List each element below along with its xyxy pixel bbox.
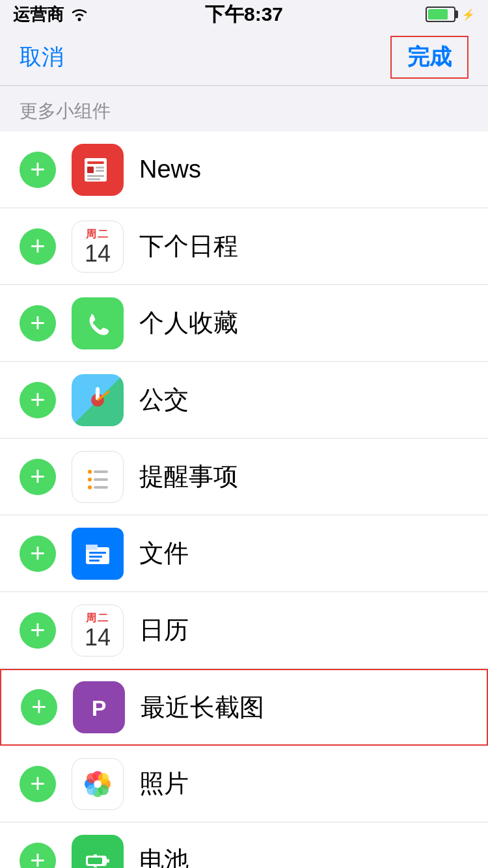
battery-app-icon [72,835,124,869]
section-header: 更多小组件 [0,86,488,131]
svg-rect-3 [87,161,104,164]
add-photos-button[interactable] [20,766,56,802]
transit-icon [72,374,124,426]
list-item: News [0,131,488,208]
svg-rect-17 [94,470,108,473]
svg-rect-9 [79,305,116,342]
pockity-icon: P [73,681,125,733]
svg-point-38 [94,780,102,788]
cancel-button[interactable]: 取消 [20,42,64,72]
news-label: News [139,156,468,183]
favorites-icon [72,297,124,349]
wifi-icon [70,7,88,21]
status-left: 运营商 [13,3,88,26]
status-right: ⚡ [426,7,475,22]
list-item: P 最近长截图 [0,669,488,746]
list-item: 周二 14 下个日程 [0,208,488,285]
favorites-label: 个人收藏 [139,306,468,340]
photos-icon [72,758,124,810]
svg-rect-43 [94,854,97,857]
svg-rect-21 [94,486,108,489]
nav-bar: 取消 完成 [0,29,488,86]
svg-rect-19 [94,478,108,481]
list-item: 周二 14 日历 [0,592,488,669]
add-news-button[interactable] [20,152,56,188]
svg-rect-26 [89,556,102,558]
nextcal-icon: 周二 14 [72,221,124,273]
battery-fill [428,9,448,20]
svg-point-16 [88,470,92,474]
svg-point-18 [88,478,92,481]
add-reminders-button[interactable] [20,459,56,495]
done-button[interactable]: 完成 [390,36,468,79]
carrier-label: 运营商 [13,3,64,26]
svg-rect-27 [89,560,100,562]
svg-rect-44 [94,865,97,867]
add-pockity-button[interactable] [21,689,57,726]
list-item: 电池 [0,822,488,868]
files-icon [72,528,124,580]
pockity-label: 最近长截图 [141,691,467,724]
svg-rect-24 [86,545,98,550]
status-time: 下午8:37 [205,1,283,28]
status-bar: 运营商 下午8:37 ⚡ [0,0,488,29]
svg-rect-42 [88,858,102,864]
list-item: 公交 [0,362,488,439]
photos-label: 照片 [139,767,468,800]
battery-label: 电池 [139,844,468,868]
nextcal-label: 下个日程 [139,230,468,263]
svg-rect-6 [96,170,104,172]
svg-rect-41 [107,859,109,863]
add-favorites-button[interactable] [20,305,56,342]
list-item: 照片 [0,746,488,822]
svg-point-0 [78,18,81,21]
svg-text:P: P [92,696,107,720]
add-files-button[interactable] [20,536,56,572]
news-icon [72,144,124,196]
svg-rect-7 [87,175,104,177]
reminders-label: 提醒事项 [139,460,468,493]
list-item: 提醒事项 [0,439,488,515]
add-calendar-button[interactable] [20,612,56,649]
reminders-icon [72,451,124,503]
add-transit-button[interactable] [20,382,56,418]
list-item: 个人收藏 [0,285,488,362]
list-item: 文件 [0,515,488,592]
add-battery-button[interactable] [20,843,56,869]
transit-label: 公交 [139,383,468,416]
svg-point-20 [88,485,92,489]
calendar-icon: 周二 14 [72,604,124,657]
widget-list: News 周二 14 下个日程 个人收藏 [0,131,488,868]
svg-rect-25 [89,552,106,554]
svg-rect-4 [87,167,94,173]
svg-rect-5 [96,167,104,169]
charging-bolt: ⚡ [462,8,475,21]
svg-rect-8 [87,178,100,180]
battery-indicator [426,7,455,22]
files-label: 文件 [139,537,468,570]
calendar-label: 日历 [139,614,468,647]
add-nextcal-button[interactable] [20,228,56,265]
